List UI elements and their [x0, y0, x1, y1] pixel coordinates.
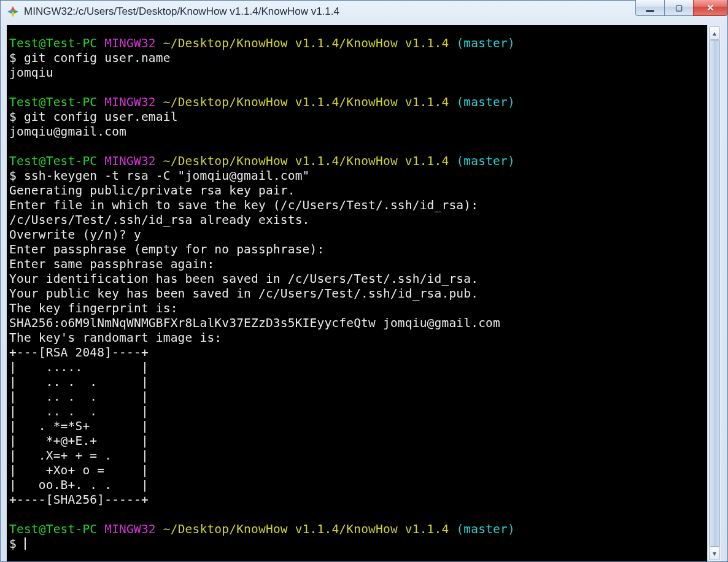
scroll-thumb[interactable]	[709, 40, 720, 547]
close-button[interactable]: ✕	[693, 0, 727, 16]
maximize-button[interactable]: ▢	[664, 0, 694, 16]
scroll-down-button[interactable]: ▼	[709, 547, 720, 560]
client-area: Test@Test-PC MINGW32 ~/Desktop/KnowHow v…	[7, 25, 721, 561]
scroll-up-button[interactable]: ▲	[709, 26, 720, 40]
maximize-icon: ▢	[675, 4, 683, 12]
vertical-scrollbar[interactable]: ▲ ▼	[707, 25, 721, 561]
minimize-button[interactable]: ▬	[635, 0, 665, 16]
minimize-icon: ▬	[646, 6, 654, 13]
window-controls: ▬ ▢ ✕	[636, 0, 727, 16]
terminal-output[interactable]: Test@Test-PC MINGW32 ~/Desktop/KnowHow v…	[7, 25, 707, 561]
close-icon: ✕	[707, 3, 714, 12]
titlebar[interactable]: MINGW32:/c/Users/Test/Desktop/KnowHow v1…	[1, 1, 727, 23]
window-title: MINGW32:/c/Users/Test/Desktop/KnowHow v1…	[24, 6, 339, 18]
app-icon	[7, 6, 19, 18]
app-window: MINGW32:/c/Users/Test/Desktop/KnowHow v1…	[0, 0, 728, 562]
